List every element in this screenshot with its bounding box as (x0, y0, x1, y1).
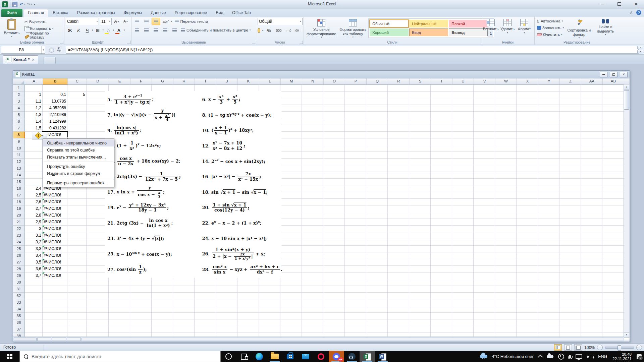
cell-M2[interactable] (280, 92, 302, 98)
cell-O37[interactable] (323, 326, 345, 333)
column-header-X[interactable]: X (517, 78, 538, 84)
cell-T12[interactable] (431, 159, 452, 165)
cell-Y6[interactable] (538, 118, 559, 125)
cell-X17[interactable] (517, 192, 538, 199)
number-format-select[interactable]: Общий▾ (258, 18, 303, 25)
cell-Z5[interactable] (559, 112, 581, 118)
cell-S1[interactable] (409, 85, 431, 92)
cell-B6[interactable]: 1,124999 (43, 118, 67, 125)
cell-X10[interactable] (517, 145, 538, 152)
cell-Z37[interactable] (559, 326, 581, 333)
cell-B29[interactable]: #ЧИСЛО! (43, 273, 67, 279)
row-header-17[interactable]: 17 (13, 192, 25, 199)
cell-T9[interactable] (431, 138, 452, 145)
cell-AA29[interactable] (581, 273, 602, 279)
cell-G30[interactable] (152, 279, 173, 286)
cell-P37[interactable] (345, 326, 366, 333)
cell-V32[interactable] (474, 293, 495, 299)
cell-Q26[interactable] (366, 252, 388, 259)
cell-U17[interactable] (452, 192, 474, 199)
cell-C35[interactable] (67, 313, 87, 319)
cell-B31[interactable] (43, 286, 67, 293)
cell-C36[interactable] (67, 319, 87, 326)
cell-N25[interactable] (302, 246, 323, 252)
cell-M4[interactable] (280, 105, 302, 112)
cell-R37[interactable] (388, 326, 409, 333)
cell-M24[interactable] (280, 239, 302, 246)
cell-Z2[interactable] (559, 92, 581, 98)
cell-R22[interactable] (388, 226, 409, 232)
cell-X13[interactable] (517, 165, 538, 172)
cell-U28[interactable] (452, 266, 474, 273)
cell-O25[interactable] (323, 246, 345, 252)
cell-AB20[interactable] (602, 212, 624, 219)
cell-N17[interactable] (302, 192, 323, 199)
cell-X34[interactable] (517, 306, 538, 313)
cell-Y21[interactable] (538, 219, 559, 226)
cell-AA6[interactable] (581, 118, 602, 125)
dialog-launcher-icon[interactable] (127, 41, 130, 44)
cell-M12[interactable] (280, 159, 302, 165)
cell-X23[interactable] (517, 232, 538, 239)
cell-W20[interactable] (495, 212, 517, 219)
cell-N15[interactable] (302, 179, 323, 185)
column-header-L[interactable]: L (259, 78, 281, 84)
name-box[interactable]: B8 ▾ (1, 46, 45, 54)
font-color-button[interactable]: А (115, 27, 123, 34)
cell-T20[interactable] (431, 212, 452, 219)
cell-P3[interactable] (345, 98, 366, 105)
align-center-button[interactable] (142, 27, 150, 34)
orientation-button[interactable]: ab⤢ (162, 18, 170, 25)
cell-S37[interactable] (409, 326, 431, 333)
row-header-10[interactable]: 10 (13, 145, 25, 152)
cell-O3[interactable] (323, 98, 345, 105)
cell-U22[interactable] (452, 226, 474, 232)
cell-W9[interactable] (495, 138, 517, 145)
cell-T27[interactable] (431, 259, 452, 266)
cell-P24[interactable] (345, 239, 366, 246)
cell-W25[interactable] (495, 246, 517, 252)
cell-O34[interactable] (323, 306, 345, 313)
cell-Z12[interactable] (559, 159, 581, 165)
taskbar-item-explorer[interactable] (267, 351, 282, 362)
wrap-text-button[interactable]: Перенос текста (174, 18, 209, 25)
column-header-B[interactable]: B (43, 78, 68, 84)
cell-AB19[interactable] (602, 205, 624, 212)
cell-Z31[interactable] (559, 286, 581, 293)
cell-N8[interactable] (302, 132, 323, 138)
cell-T17[interactable] (431, 192, 452, 199)
decrease-indent-button[interactable] (161, 27, 169, 34)
weather-icon[interactable] (478, 351, 490, 362)
column-header-I[interactable]: I (195, 78, 216, 84)
cell-P25[interactable] (345, 246, 366, 252)
font-name-select[interactable]: Calibri▾ (66, 18, 99, 25)
cell-S7[interactable] (409, 125, 431, 132)
cell-S16[interactable] (409, 185, 431, 192)
cell-U10[interactable] (452, 145, 474, 152)
cell-AA24[interactable] (581, 239, 602, 246)
cell-F33[interactable] (130, 299, 152, 306)
language-indicator[interactable]: ENG (595, 354, 610, 359)
cell-Z29[interactable] (559, 273, 581, 279)
column-header-D[interactable]: D (87, 78, 109, 84)
cell-X32[interactable] (517, 293, 538, 299)
underline-button[interactable]: Ч (83, 27, 91, 34)
cell-U3[interactable] (452, 98, 474, 105)
cell-A35[interactable] (25, 313, 43, 319)
cell-AB24[interactable] (602, 239, 624, 246)
cell-L36[interactable] (259, 319, 280, 326)
cell-B20[interactable]: #ЧИСЛО! (43, 212, 67, 219)
cell-style-Ввод[interactable]: Ввод (409, 28, 448, 36)
cell-M35[interactable] (280, 313, 302, 319)
tab-Разметка страницы[interactable]: Разметка страницы (73, 9, 119, 17)
cell-P8[interactable] (345, 132, 366, 138)
cell-P23[interactable] (345, 232, 366, 239)
cell-AB34[interactable] (602, 306, 624, 313)
row-header-36[interactable]: 36 (13, 319, 25, 326)
italic-button[interactable]: К (74, 27, 83, 34)
cell-U13[interactable] (452, 165, 474, 172)
cell-Y14[interactable] (538, 172, 559, 179)
cell-R1[interactable] (388, 85, 409, 92)
minimize-ribbon-icon[interactable]: ᐱ (630, 11, 632, 14)
row-header-9[interactable]: 9 (13, 138, 25, 145)
